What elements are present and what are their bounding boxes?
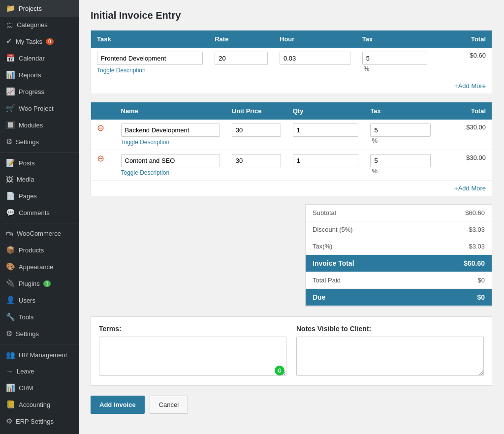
sidebar-item-label: Products	[19, 247, 44, 254]
notes-textarea[interactable]	[296, 337, 484, 376]
sidebar-item-woocommerce[interactable]: 🛍 WooCommerce	[0, 225, 79, 242]
cancel-button[interactable]: Cancel	[150, 396, 188, 414]
task-tax-input[interactable]	[362, 52, 427, 65]
product-add-more-row: +Add More	[91, 181, 492, 196]
product-toggle-desc-2[interactable]: Toggle Description	[121, 169, 170, 176]
sidebar-item-label: Reports	[19, 71, 41, 79]
sidebar-item-collapse[interactable]: ◀ Collapse menu	[0, 430, 79, 434]
product-add-more-link[interactable]: +Add More	[454, 185, 486, 192]
sidebar-item-erp-settings[interactable]: ⚙ ERP Settings	[0, 413, 79, 430]
erp-settings-icon: ⚙	[6, 417, 12, 426]
sidebar-item-woo-project[interactable]: 🛒 Woo Project	[0, 100, 79, 117]
sidebar-item-calendar[interactable]: 📅 Calendar	[0, 50, 79, 66]
task-tax-pct: %	[364, 65, 370, 72]
task-rate-input[interactable]	[215, 52, 268, 65]
task-col-header: Task	[91, 31, 209, 48]
task-name-input[interactable]	[97, 52, 203, 65]
task-name-cell: Toggle Description	[91, 48, 209, 78]
product-total-cell-2: $30.00	[437, 150, 492, 181]
product-unit-price-input-1[interactable]	[232, 124, 281, 137]
product-tax-cell-2: %	[364, 150, 436, 181]
product-unit-price-cell-2	[226, 150, 287, 181]
task-hour-input[interactable]	[280, 52, 350, 65]
product-total-col-header: Total	[437, 102, 492, 120]
product-remove-btn-2[interactable]: ⊖	[97, 154, 104, 163]
pages-icon: 📄	[6, 191, 15, 200]
product-qty-input-1[interactable]	[293, 124, 359, 137]
task-toggle-description[interactable]: Toggle Description	[97, 67, 146, 74]
sidebar: 📁 Projects 🗂 Categories ✔ My Tasks 0 📅 C…	[0, 0, 79, 434]
totals-section: Subtotal $60.60 Discount (5%) -$3.03 Tax…	[91, 204, 492, 307]
sidebar-item-hr-management[interactable]: 👥 HR Management	[0, 346, 79, 363]
hour-col-header: Hour	[274, 31, 356, 48]
notes-label: Notes Visible to Client:	[296, 325, 484, 333]
qty-col-header: Qty	[287, 102, 365, 120]
terms-notes-section: Terms: G Notes Visible to Client:	[91, 316, 492, 386]
settings-icon: ⚙	[6, 137, 12, 146]
sidebar-item-settings[interactable]: ⚙ Settings	[0, 133, 79, 150]
sidebar-item-plugins[interactable]: 🔌 Plugins 1	[0, 275, 79, 292]
product-name-input-2[interactable]	[121, 154, 220, 167]
sidebar-item-accounting[interactable]: 📒 Accounting	[0, 396, 79, 413]
users-icon: 👤	[6, 296, 15, 305]
sidebar-item-my-tasks[interactable]: ✔ My Tasks 0	[0, 33, 79, 50]
product-name-cell-1: Toggle Description	[115, 120, 226, 150]
sidebar-item-categories[interactable]: 🗂 Categories	[0, 17, 79, 33]
product-toggle-desc-1[interactable]: Toggle Description	[121, 139, 170, 146]
task-add-more-row: +Add More	[91, 78, 492, 94]
sidebar-item-posts[interactable]: 📝 Posts	[0, 155, 79, 171]
product-remove-cell-2: ⊖	[91, 150, 115, 181]
sidebar-item-products[interactable]: 📦 Products	[0, 242, 79, 258]
actions-bar: Add Invoice Cancel	[91, 396, 492, 414]
task-hour-cell	[274, 48, 356, 78]
sidebar-item-projects[interactable]: 📁 Projects	[0, 0, 79, 17]
sidebar-item-pages[interactable]: 📄 Pages	[0, 187, 79, 204]
sidebar-item-label: ERP Settings	[16, 418, 54, 425]
product-total-cell-1: $30.00	[437, 120, 492, 150]
tax-value: $3.03	[469, 243, 485, 250]
product-table: Name Unit Price Qty Tax Total ⊖ Toggle D…	[91, 102, 492, 196]
sidebar-item-label: My Tasks	[16, 38, 42, 45]
sidebar-item-comments[interactable]: 💬 Comments	[0, 204, 79, 221]
sidebar-divider-3	[0, 344, 79, 344]
product-name-input-1[interactable]	[121, 124, 220, 137]
sidebar-item-crm[interactable]: 📊 CRM	[0, 379, 79, 396]
product-qty-input-2[interactable]	[293, 154, 359, 167]
subtotal-row: Subtotal $60.60	[306, 205, 492, 221]
task-total-cell: $0.60	[433, 48, 492, 78]
sidebar-item-label: WooCommerce	[17, 230, 61, 237]
add-invoice-button[interactable]: Add Invoice	[91, 396, 145, 414]
sidebar-item-media[interactable]: 🖼 Media	[0, 171, 79, 187]
sidebar-item-label: Settings	[16, 330, 39, 338]
grammarly-icon: G	[275, 366, 284, 375]
calendar-icon: 📅	[6, 54, 15, 62]
sidebar-item-progress[interactable]: 📈 Progress	[0, 83, 79, 100]
sidebar-item-users[interactable]: 👤 Users	[0, 292, 79, 309]
total-paid-label: Total Paid	[313, 277, 341, 284]
product-unit-price-cell-1	[226, 120, 287, 150]
sidebar-item-leave[interactable]: → Leave	[0, 363, 79, 379]
task-tax-cell: %	[356, 48, 433, 78]
tax-col-header: Tax	[356, 31, 433, 48]
sidebar-item-appearance[interactable]: 🎨 Appearance	[0, 258, 79, 275]
product-tax-input-2[interactable]	[370, 154, 430, 167]
task-add-more-link[interactable]: +Add More	[454, 82, 486, 90]
comments-icon: 💬	[6, 208, 15, 217]
settings2-icon: ⚙	[6, 329, 12, 338]
crm-icon: 📊	[6, 383, 15, 392]
product-tax-input-1[interactable]	[370, 124, 430, 137]
sidebar-item-tools[interactable]: 🔧 Tools	[0, 309, 79, 325]
terms-textarea[interactable]	[99, 337, 286, 376]
remove-col-header	[91, 102, 115, 120]
posts-icon: 📝	[6, 158, 15, 167]
product-qty-cell-2	[287, 150, 365, 181]
sidebar-item-modules[interactable]: 🔲 Modules	[0, 117, 79, 133]
product-remove-btn-1[interactable]: ⊖	[97, 123, 104, 133]
accounting-icon: 📒	[6, 400, 15, 409]
sidebar-item-reports[interactable]: 📊 Reports	[0, 66, 79, 83]
subtotal-value: $60.60	[465, 209, 485, 217]
terms-label: Terms:	[99, 325, 286, 333]
product-qty-cell-1	[287, 120, 365, 150]
sidebar-item-settings2[interactable]: ⚙ Settings	[0, 325, 79, 342]
product-unit-price-input-2[interactable]	[232, 154, 281, 167]
